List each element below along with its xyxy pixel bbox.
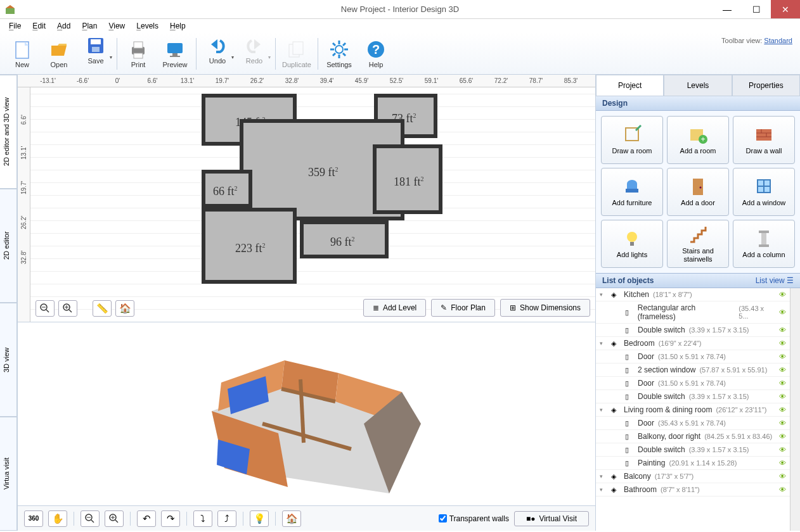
tab-project[interactable]: Project [596, 75, 664, 96]
stairs-button[interactable]: Stairs and stairwells [667, 220, 729, 268]
visibility-eye-icon[interactable]: 👁 [779, 326, 786, 334]
tab-properties[interactable]: Properties [732, 75, 800, 96]
object-list-item[interactable]: ▯Rectangular arch (frameless) (35.43 x 5… [596, 301, 790, 324]
3d-viewport[interactable] [18, 322, 595, 505]
toolbar-view-selector[interactable]: Toolbar view: Standard [721, 37, 792, 44]
object-list-item[interactable]: ▾◈Bathroom (8'7" x 8'11")👁 [596, 483, 790, 497]
floorplan-canvas[interactable]: 145 ft273 ft2359 ft2181 ft266 ft2223 ft2… [189, 94, 481, 309]
visibility-eye-icon[interactable]: 👁 [779, 472, 786, 480]
rotate-ccw-button[interactable]: ↶ [137, 510, 156, 527]
home-button[interactable]: 🏠 [115, 300, 134, 317]
visibility-eye-icon[interactable]: 👁 [779, 366, 786, 374]
object-list-item[interactable]: ▯Door (31.50 x 5.91 x 78.74)👁 [596, 350, 790, 364]
help-button[interactable]: ?Help [358, 36, 394, 72]
object-list-item[interactable]: ▾◈Kitchen (18'1" x 8'7")👁 [596, 288, 790, 301]
addroom-button[interactable]: +Add a room [667, 116, 729, 164]
save-button[interactable]: Save [77, 36, 114, 72]
transparent-walls-checkbox[interactable]: Transparent walls [439, 514, 509, 523]
menu-add[interactable]: Add [52, 20, 75, 32]
object-list-item[interactable]: ▾◈Balcony (17'3" x 5'7")👁 [596, 470, 790, 483]
object-list-item[interactable]: ▯Double switch (3.39 x 1.57 x 3.15)👁 [596, 324, 790, 337]
ruler-tool-button[interactable]: 📏 [93, 300, 112, 317]
virtual-visit-button[interactable]: ■● Virtual Visit [514, 511, 589, 526]
new-button[interactable]: New [4, 36, 41, 72]
duplicate-button[interactable]: Duplicate [278, 36, 315, 72]
room[interactable]: 223 ft2 [202, 208, 297, 284]
object-list-item[interactable]: ▯Painting (20.91 x 1.14 x 15.28)👁 [596, 457, 790, 470]
adddoor-button[interactable]: Add a door [667, 168, 729, 216]
vtab-visit[interactable]: Virtua visit [0, 417, 17, 531]
addcolumn-button[interactable]: Add a column [733, 220, 795, 268]
redo-button[interactable]: Redo [236, 36, 273, 72]
add-level-button[interactable]: ≣Add Level [363, 299, 426, 317]
object-list-item[interactable]: ▯2 section window (57.87 x 5.91 x 55.91)… [596, 364, 790, 377]
zoom-in-button[interactable] [58, 300, 77, 317]
visibility-eye-icon[interactable]: 👁 [779, 419, 786, 427]
maximize-button[interactable]: ☐ [742, 0, 771, 18]
tilt-up-button[interactable]: ⤴ [217, 510, 236, 527]
vtab-3d[interactable]: 3D view [0, 303, 17, 417]
addfurniture-button[interactable]: Add furniture [601, 168, 663, 216]
object-list[interactable]: ▾◈Kitchen (18'1" x 8'7")👁▯Rectangular ar… [596, 288, 790, 531]
visibility-eye-icon[interactable]: 👁 [779, 486, 786, 493]
object-list-item[interactable]: ▾◈Bedroom (16'9" x 22'4")👁 [596, 337, 790, 350]
tilt-down-button[interactable]: ⤵ [193, 510, 212, 527]
close-button[interactable]: ✕ [771, 0, 800, 18]
home-3d-button[interactable]: 🏠 [282, 510, 301, 527]
visibility-eye-icon[interactable]: 👁 [779, 353, 786, 360]
object-list-item[interactable]: ▯Door (35.43 x 5.91 x 78.74)👁 [596, 417, 790, 430]
editor-3d-pane[interactable]: 360 ✋ ↶ ↷ ⤵ ⤴ 💡 🏠 [18, 322, 595, 531]
addwindow-button[interactable]: Add a window [733, 168, 795, 216]
expand-icon[interactable]: ▾ [600, 407, 607, 413]
zoom-in-3d-button[interactable] [105, 510, 124, 527]
preview-button[interactable]: Preview [157, 36, 193, 72]
list-view-toggle[interactable]: List view ☰ [756, 276, 794, 285]
scrollbar[interactable] [790, 288, 800, 531]
pan-button[interactable]: ✋ [48, 510, 67, 527]
tab-levels[interactable]: Levels [664, 75, 732, 96]
light-toggle-button[interactable]: 💡 [250, 510, 269, 527]
zoom-out-button[interactable] [35, 300, 55, 317]
visibility-eye-icon[interactable]: 👁 [779, 459, 786, 467]
rotate-cw-button[interactable]: ↷ [161, 510, 180, 527]
expand-icon[interactable]: ▾ [600, 486, 607, 493]
menu-view[interactable]: View [103, 20, 130, 32]
menu-edit[interactable]: Edit [27, 20, 51, 32]
expand-icon[interactable]: ▾ [600, 291, 607, 298]
menu-help[interactable]: Help [165, 20, 191, 32]
menu-plan[interactable]: Plan [77, 20, 102, 32]
room[interactable]: 181 ft2 [373, 144, 442, 214]
drawroom-button[interactable]: Draw a room [601, 116, 663, 164]
open-button[interactable]: Open [41, 36, 77, 72]
menu-levels[interactable]: Levels [131, 20, 164, 32]
expand-icon[interactable]: ▾ [600, 473, 607, 479]
visibility-eye-icon[interactable]: 👁 [779, 379, 786, 387]
vtab-combo[interactable]: 2D editor and 3D view [0, 75, 17, 189]
visibility-eye-icon[interactable]: 👁 [779, 339, 786, 347]
show-dimensions-button[interactable]: ⊞Show Dimensions [500, 299, 590, 317]
rotate-360-button[interactable]: 360 [24, 510, 43, 527]
settings-button[interactable]: Settings [321, 36, 358, 72]
room[interactable]: 96 ft2 [300, 220, 389, 258]
visibility-eye-icon[interactable]: 👁 [779, 446, 786, 453]
undo-button[interactable]: Undo [199, 36, 236, 72]
floor-plan-button[interactable]: ✎Floor Plan [431, 299, 495, 317]
visibility-eye-icon[interactable]: 👁 [779, 291, 786, 298]
addlights-button[interactable]: Add lights [601, 220, 663, 268]
vtab-2d[interactable]: 2D editor [0, 189, 17, 303]
print-button[interactable]: Print [120, 36, 157, 72]
menu-file[interactable]: File [4, 20, 26, 32]
visibility-eye-icon[interactable]: 👁 [779, 308, 786, 316]
zoom-out-3d-button[interactable] [81, 510, 100, 527]
visibility-eye-icon[interactable]: 👁 [779, 393, 786, 400]
visibility-eye-icon[interactable]: 👁 [779, 406, 786, 414]
object-list-item[interactable]: ▯Double switch (3.39 x 1.57 x 3.15)👁 [596, 390, 790, 403]
editor-2d-pane[interactable]: 6.6'13.1'19.7'26.2'32.8' 145 ft273 ft235… [18, 87, 595, 322]
visibility-eye-icon[interactable]: 👁 [779, 433, 786, 440]
object-list-item[interactable]: ▯Door (31.50 x 5.91 x 78.74)👁 [596, 377, 790, 390]
room[interactable]: 66 ft2 [202, 170, 252, 208]
object-list-item[interactable]: ▯Balkony, door right (84.25 x 5.91 x 83.… [596, 430, 790, 443]
minimize-button[interactable]: — [713, 0, 742, 18]
drawwall-button[interactable]: Draw a wall [733, 116, 795, 164]
object-list-item[interactable]: ▯Double switch (3.39 x 1.57 x 3.15)👁 [596, 443, 790, 457]
